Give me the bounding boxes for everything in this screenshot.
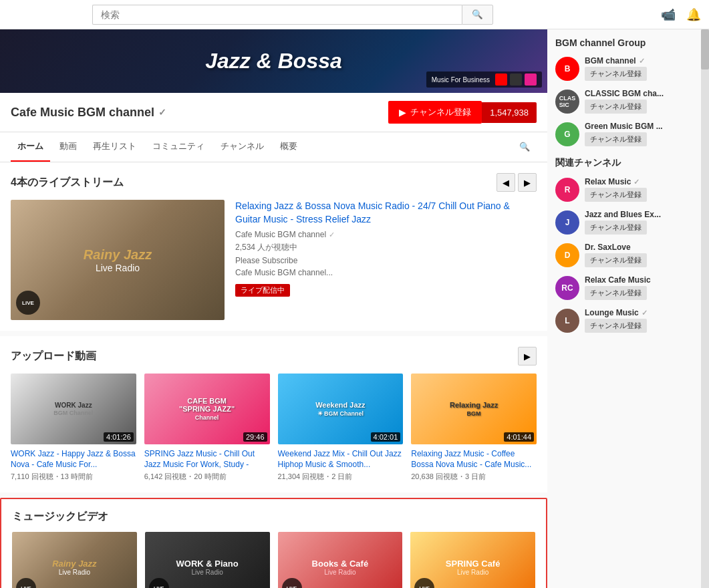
sidebar-ch-info-relax-cafe: Relax Cafe Music チャンネル登録 [585, 275, 693, 300]
camera-icon[interactable]: 📹 [661, 7, 676, 22]
upload-video-grid: WORK JazzBGM Channel 4:01:26 WORK Jazz -… [11, 374, 537, 482]
top-bar: 🔍 📹 🔔 [0, 0, 709, 29]
sidebar-group-title: BGM channel Group [555, 37, 693, 48]
sidebar-ch-name-jazz-blues: Jazz and Blues Ex... [585, 210, 693, 219]
live-featured-thumb[interactable]: Rainy Jazz Live Radio LIVE [11, 200, 225, 320]
sidebar-avatar-dr-sax: D [555, 243, 579, 267]
live-featured-viewers: 2,534 人が視聴中 [235, 242, 537, 253]
sidebar-channel-lounge: L Lounge Music ✓ チャンネル登録 [555, 308, 693, 333]
subscribe-button[interactable]: ▶ チャンネル登録 [388, 101, 482, 124]
tab-channels[interactable]: チャンネル [214, 132, 271, 162]
video-card-work-jazz[interactable]: WORK JazzBGM Channel 4:01:26 WORK Jazz -… [11, 374, 136, 482]
scrollbar[interactable] [701, 29, 709, 588]
live-featured-badge: LIVE [16, 291, 40, 315]
live-featured: Rainy Jazz Live Radio LIVE Relaxing Jazz… [11, 200, 537, 320]
subscribe-label: チャンネル登録 [410, 106, 471, 118]
banner-badge: Music For Business [426, 71, 542, 88]
channel-name-container: Cafe Music BGM channel ✓ [11, 106, 388, 120]
video-card-relaxing-jazz[interactable]: Relaxing JazzBGM 4:01:44 Relaxing Jazz M… [411, 374, 537, 482]
live-featured-desc: Please Subscribe [235, 256, 537, 265]
search-input[interactable] [92, 5, 462, 25]
sidebar-sub-jazz-blues[interactable]: チャンネル登録 [585, 220, 647, 235]
video-duration-weekend-jazz: 4:02:01 [371, 432, 401, 442]
sidebar-sub-bgm[interactable]: チャンネル登録 [585, 67, 647, 81]
tab-videos[interactable]: 動画 [53, 132, 84, 162]
video-thumb-spring-jazz: CAFE BGM"SPRING JAZZ"Channel 29:46 [144, 374, 270, 444]
tab-home[interactable]: ホーム [11, 132, 50, 162]
music-video-section: ミュージックビデオ Rainy Jazz Live Radio [0, 498, 547, 588]
live-section-title: 4本のライブストリーム [11, 176, 124, 190]
top-right-icons: 📹 🔔 [661, 7, 701, 22]
sidebar-ch-info-classic: CLASSIC BGM cha... チャンネル登録 [585, 89, 693, 114]
music-video-grid: Rainy Jazz Live Radio LIVE Relaxing Jazz… [12, 532, 535, 588]
video-thumb-rainy-live: Rainy Jazz Live Radio LIVE [12, 532, 137, 588]
live-section-nav: ◀ ▶ [497, 173, 537, 192]
banner-title: Jazz & Bossa [205, 49, 342, 74]
sidebar-sub-green[interactable]: チャンネル登録 [585, 132, 647, 146]
video-card-work-piano-live[interactable]: WORK & Piano Live Radio LIVE Relaxing Ja… [145, 532, 270, 588]
sidebar-sub-dr-sax[interactable]: チャンネル登録 [585, 253, 647, 267]
live-channel-verified: ✓ [329, 231, 335, 239]
live-channel-name: Cafe Music BGM channel [235, 230, 326, 239]
music-video-title: ミュージックビデオ [12, 510, 108, 524]
sidebar-ch-info-lounge: Lounge Music ✓ チャンネル登録 [585, 308, 693, 333]
video-thumb-work-jazz: WORK JazzBGM Channel 4:01:26 [11, 374, 136, 444]
sidebar-channel-relax-cafe: RC Relax Cafe Music チャンネル登録 [555, 275, 693, 300]
tab-playlists[interactable]: 再生リスト [86, 132, 143, 162]
video-meta-weekend-jazz: 21,304 回視聴・2 日前 [278, 472, 404, 482]
video-card-books-cafe-live[interactable]: Books & Café Live Radio LIVE Cozy Jazz &… [278, 532, 403, 588]
channel-actions: ▶ チャンネル登録 1,547,938 [388, 101, 537, 124]
sidebar-ch-info-relax: Relax Music ✓ チャンネル登録 [585, 177, 693, 202]
video-thumb-weekend-jazz: Weekend Jazz☀ BGM Channel 4:02:01 [278, 374, 404, 444]
tab-about[interactable]: 概要 [273, 132, 304, 162]
sidebar-channel-classic: CLASSIC CLASSIC BGM cha... チャンネル登録 [555, 89, 693, 114]
upload-nav-next[interactable]: ▶ [518, 347, 537, 365]
live-featured-title[interactable]: Relaxing Jazz & Bossa Nova Music Radio -… [235, 200, 537, 226]
sidebar-avatar-relax-cafe: RC [555, 276, 579, 300]
video-duration-work-jazz: 4:01:26 [104, 432, 134, 442]
sidebar-ch-name-relax-cafe: Relax Cafe Music [585, 275, 693, 285]
sidebar-channel-relax: R Relax Music ✓ チャンネル登録 [555, 177, 693, 202]
video-card-spring-jazz[interactable]: CAFE BGM"SPRING JAZZ"Channel 29:46 SPRIN… [144, 374, 270, 482]
sidebar-avatar-relax: R [555, 178, 579, 202]
banner-badge-text: Music For Business [432, 76, 490, 84]
search-button[interactable]: 🔍 [462, 5, 493, 25]
sidebar-sub-relax[interactable]: チャンネル登録 [585, 188, 647, 202]
channel-name-text: Cafe Music BGM channel [11, 106, 154, 120]
video-title-work-jazz: WORK Jazz - Happy Jazz & Bossa Nova - Ca… [11, 448, 136, 471]
scrollbar-thumb [701, 29, 709, 69]
verified-icon: ✓ [158, 107, 166, 118]
video-meta-work-jazz: 7,110 回視聴・13 時間前 [11, 472, 136, 482]
subscriber-count: 1,547,938 [482, 102, 537, 123]
banner-icon-yt [495, 74, 507, 86]
video-title-relaxing-jazz: Relaxing Jazz Music - Coffee Bossa Nova … [411, 448, 537, 471]
video-thumb-relaxing-jazz: Relaxing JazzBGM 4:01:44 [411, 374, 537, 444]
live-streams-section: 4本のライブストリーム ◀ ▶ Rainy Jazz Live Radio [0, 162, 547, 331]
video-meta-relaxing-jazz: 20,638 回視聴・3 日前 [411, 472, 537, 482]
sidebar-ch-info-dr-sax: Dr. SaxLove チャンネル登録 [585, 243, 693, 267]
sidebar-sub-classic[interactable]: チャンネル登録 [585, 100, 647, 114]
live-nav-prev[interactable]: ◀ [497, 173, 515, 192]
sidebar-ch-name-bgm: BGM channel ✓ [585, 56, 693, 65]
sidebar-ch-info-green: Green Music BGM ... チャンネル登録 [585, 122, 693, 146]
video-title-spring-jazz: SPRING Jazz Music - Chill Out Jazz Music… [144, 448, 270, 471]
sidebar-ch-name-dr-sax: Dr. SaxLove [585, 243, 693, 252]
sidebar-sub-relax-cafe[interactable]: チャンネル登録 [585, 286, 647, 300]
video-meta-spring-jazz: 6,142 回視聴・20 時間前 [144, 472, 270, 482]
video-card-spring-cafe-live[interactable]: SPRING Café Live Radio LIVE SPRING Cafe … [410, 532, 535, 588]
nav-search-icon[interactable]: 🔍 [513, 134, 537, 161]
notification-icon[interactable]: 🔔 [686, 7, 701, 22]
live-featured-badge-label: ライブ配信中 [235, 284, 290, 297]
video-card-weekend-jazz[interactable]: Weekend Jazz☀ BGM Channel 4:02:01 Weeken… [278, 374, 404, 482]
sidebar-sub-lounge[interactable]: チャンネル登録 [585, 319, 647, 333]
tab-community[interactable]: コミュニティ [146, 132, 211, 162]
channel-info: Cafe Music BGM channel ✓ ▶ チャンネル登録 1,547… [0, 93, 547, 132]
video-thumb-work-piano-live: WORK & Piano Live Radio LIVE [145, 532, 270, 588]
video-thumb-books-cafe-live: Books & Café Live Radio LIVE [278, 532, 403, 588]
banner-icon-ig [525, 74, 537, 86]
sidebar-avatar-green: G [555, 122, 579, 146]
sidebar-ch-info-bgm: BGM channel ✓ チャンネル登録 [585, 56, 693, 81]
live-section-header: 4本のライブストリーム ◀ ▶ [11, 173, 537, 192]
live-nav-next[interactable]: ▶ [518, 173, 537, 192]
video-card-rainy-live[interactable]: Rainy Jazz Live Radio LIVE Relaxing Jazz… [12, 532, 137, 588]
